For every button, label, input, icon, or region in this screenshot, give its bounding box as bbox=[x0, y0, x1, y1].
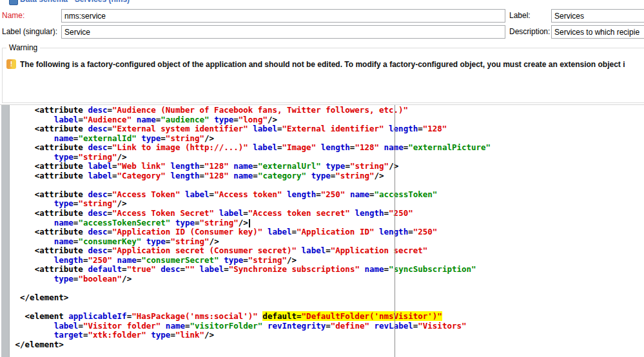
page-title: Data schema - Services (nms) bbox=[20, 0, 130, 4]
window-title-clip: Data schema - Services (nms) bbox=[0, 0, 644, 6]
code-line: type="string"/> bbox=[10, 199, 644, 209]
code-line: <attribute label="Category" length="128"… bbox=[10, 171, 644, 181]
code-line: name="consumerKey" type="string"/> bbox=[10, 237, 644, 247]
code-line bbox=[10, 180, 644, 190]
column-guide-line bbox=[395, 105, 395, 357]
editor-top-border bbox=[0, 104, 644, 105]
warning-text: The following is a factory-configured ob… bbox=[20, 60, 644, 69]
code-line: name="accessTokenSecret" type="string"/> bbox=[10, 218, 644, 228]
text-cursor bbox=[249, 219, 250, 227]
label-label: Label: bbox=[509, 11, 531, 20]
code-line: target="xtk:folder" type="link"/> bbox=[10, 331, 644, 340]
label-singular-input[interactable] bbox=[61, 25, 505, 39]
code-line: <attribute desc="Application ID (Consume… bbox=[10, 227, 644, 237]
code-line: name="externalId" type="string"/> bbox=[10, 134, 644, 144]
code-line: <element applicableIf="HasPackage('nms:s… bbox=[10, 312, 644, 322]
warning-legend: Warning bbox=[6, 43, 40, 52]
code-line: </element> bbox=[10, 340, 644, 350]
warning-groupbox bbox=[2, 48, 644, 103]
label-singular-label: Label (singular): bbox=[2, 27, 57, 36]
code-lines: <attribute desc="Audience (Number of Fac… bbox=[10, 106, 644, 349]
code-line bbox=[10, 302, 644, 312]
code-line: label="Visitor folder" name="visitorFold… bbox=[10, 322, 644, 331]
code-line: type="boolean"/> bbox=[10, 275, 644, 284]
code-line: <attribute desc="Audience (Number of Fac… bbox=[10, 106, 644, 115]
name-input[interactable] bbox=[61, 9, 505, 23]
code-line: <attribute desc="Access Token" label="Ac… bbox=[10, 190, 644, 200]
schema-editor-window: Data schema - Services (nms) Name: Label… bbox=[0, 0, 644, 357]
code-line: label="Audience" name="audience" type="l… bbox=[10, 115, 644, 125]
code-line: </element> bbox=[10, 293, 644, 303]
schema-icon bbox=[9, 0, 18, 5]
editor-gutter bbox=[1, 105, 10, 357]
code-line bbox=[10, 284, 644, 293]
description-label: Description: bbox=[509, 27, 550, 36]
code-line: <attribute desc="Access Token Secret" la… bbox=[10, 209, 644, 218]
code-line: <attribute desc="Link to image (http://.… bbox=[10, 143, 644, 153]
description-input[interactable] bbox=[551, 25, 644, 39]
code-line: <attribute desc="Application secret (Con… bbox=[10, 246, 644, 256]
code-line: length="250" name="consumerSecret" type=… bbox=[10, 256, 644, 265]
code-line: <attribute label="Web link" length="128"… bbox=[10, 162, 644, 171]
code-line: <attribute desc="External system identif… bbox=[10, 124, 644, 134]
label-input[interactable] bbox=[551, 9, 644, 23]
warning-icon: ! bbox=[6, 59, 16, 69]
name-label: Name: bbox=[2, 11, 24, 20]
xml-code-editor[interactable]: <attribute desc="Audience (Number of Fac… bbox=[10, 106, 644, 357]
code-line: <attribute default="true" desc="" label=… bbox=[10, 265, 644, 275]
code-line: type="string"/> bbox=[10, 153, 644, 162]
